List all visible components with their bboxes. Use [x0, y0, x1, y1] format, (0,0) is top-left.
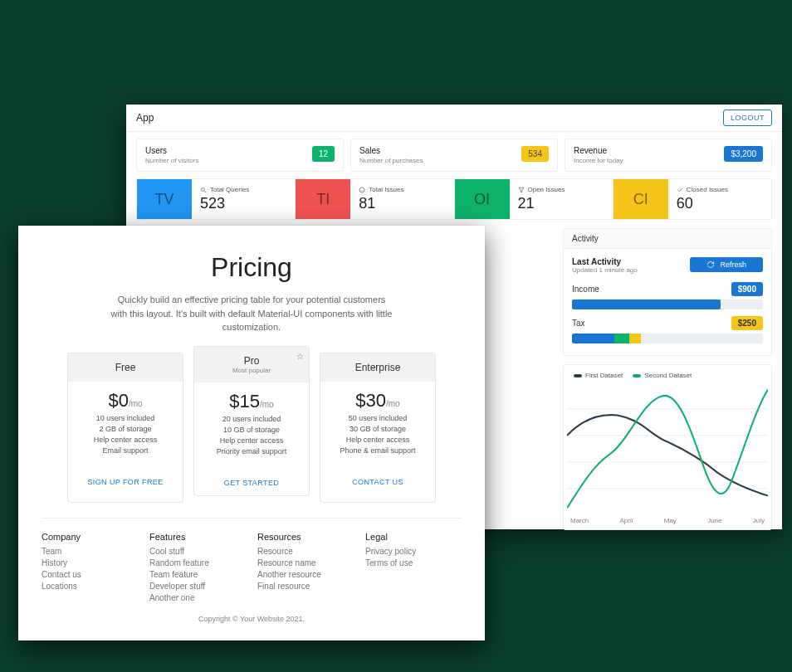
- filter-icon: [518, 187, 525, 193]
- link-dev[interactable]: Developer stuff: [149, 582, 232, 591]
- plan-free: Free $0/mo 10 users included 2 GB of sto…: [67, 353, 183, 503]
- svg-point-0: [201, 187, 204, 191]
- copyright: Copyright © Your Website 2021.: [42, 615, 462, 623]
- income-label: Income: [572, 285, 599, 294]
- pricing-subtitle: Quickly build an effective pricing table…: [110, 293, 393, 334]
- chart-x-axis: March April May June July: [567, 517, 768, 524]
- stat-abbr-oi: OI: [455, 179, 510, 219]
- stat-open-issues[interactable]: OI Open Issues 21: [455, 178, 614, 220]
- plan-ent-price: $30: [355, 390, 386, 411]
- tax-label: Tax: [572, 319, 585, 328]
- card-users-sub: Number of visitors: [145, 157, 198, 164]
- legend-first: First Dataset: [574, 372, 623, 379]
- metric-income: Income $900: [572, 282, 763, 309]
- logout-button[interactable]: LOGOUT: [723, 110, 772, 126]
- card-sales-badge: 534: [521, 146, 549, 162]
- stat-ci-label: Closed Issues: [687, 186, 728, 193]
- link-privacy[interactable]: Privacy policy: [365, 547, 448, 556]
- tax-badge: $250: [731, 316, 763, 330]
- chart-svg: [567, 382, 768, 515]
- search-icon: [200, 187, 207, 193]
- stat-tq-label: Total Queries: [210, 186, 249, 193]
- link-teamfeat[interactable]: Team feature: [149, 570, 232, 579]
- plan-pro: Pro Most popular ☆ $15/mo 20 users inclu…: [193, 346, 310, 496]
- plan-pro-head: Pro Most popular ☆: [194, 347, 309, 382]
- line-chart: First Dataset Second Dataset March April…: [563, 364, 772, 530]
- stat-abbr-ti: TI: [296, 179, 350, 219]
- plan-pro-cta[interactable]: GET STARTED: [194, 470, 309, 495]
- plan-ent-cta[interactable]: CONTACT US: [320, 469, 435, 494]
- metric-tax: Tax $250: [572, 316, 763, 343]
- star-icon: ☆: [296, 352, 304, 361]
- footer-features: Features Cool stuff Random feature Team …: [149, 532, 232, 605]
- stat-ti-label: Total Issues: [369, 186, 403, 193]
- stat-total-issues[interactable]: TI Total Issues 81: [296, 178, 454, 220]
- card-revenue-title: Revenue: [574, 146, 623, 155]
- plan-ent-head: Enterprise: [320, 353, 435, 382]
- link-contact[interactable]: Contact us: [42, 570, 125, 579]
- stat-oi-value: 21: [518, 195, 604, 212]
- card-users-title: Users: [145, 146, 198, 155]
- footer-links: Company Team History Contact us Location…: [42, 518, 462, 605]
- stats-row: TV Total Queries 523 TI Total Issues 81 …: [126, 178, 782, 228]
- card-users-badge: 12: [312, 146, 335, 162]
- refresh-label: Refresh: [720, 261, 746, 269]
- plan-enterprise: Enterprise $30/mo 50 users included 30 G…: [320, 353, 436, 503]
- link-locations[interactable]: Locations: [42, 582, 125, 591]
- stat-oi-label: Open Issues: [528, 186, 565, 193]
- link-res3[interactable]: Another resource: [257, 570, 340, 579]
- link-cool[interactable]: Cool stuff: [149, 547, 232, 556]
- link-res2[interactable]: Resource name: [257, 558, 340, 567]
- link-team[interactable]: Team: [42, 547, 125, 556]
- stat-closed-issues[interactable]: CI Closed Issues 60: [614, 178, 772, 220]
- income-badge: $900: [731, 282, 763, 296]
- footer-company: Company Team History Contact us Location…: [42, 532, 125, 605]
- stat-total-queries[interactable]: TV Total Queries 523: [136, 178, 296, 220]
- pricing-grid: Free $0/mo 10 users included 2 GB of sto…: [42, 353, 462, 503]
- svg-line-1: [204, 191, 206, 192]
- stat-ti-value: 81: [359, 195, 445, 212]
- legend-second: Second Dataset: [633, 372, 692, 379]
- card-sales-sub: Number of purchases: [359, 157, 423, 164]
- link-another[interactable]: Another one: [149, 593, 232, 602]
- last-activity-label: Last Activity: [572, 257, 638, 266]
- link-terms[interactable]: Terms of use: [365, 558, 448, 567]
- link-res4[interactable]: Final resource: [257, 582, 340, 591]
- link-res1[interactable]: Resource: [257, 547, 340, 556]
- stat-abbr-ci: CI: [614, 179, 668, 219]
- stat-tq-value: 523: [200, 195, 286, 212]
- dashboard-header: App LOGOUT: [126, 105, 782, 132]
- stat-ci-value: 60: [677, 195, 763, 212]
- income-bar: [572, 299, 763, 309]
- plan-free-head: Free: [68, 353, 183, 382]
- app-title: App: [136, 112, 154, 124]
- plan-pro-popular: Most popular: [199, 367, 304, 374]
- card-revenue-badge: $3,200: [724, 146, 763, 162]
- check-icon: [677, 187, 683, 193]
- link-random[interactable]: Random feature: [149, 558, 232, 567]
- footer-resources: Resources Resource Resource name Another…: [257, 532, 340, 605]
- footer-legal: Legal Privacy policy Terms of use: [365, 532, 448, 605]
- pricing-panel: Pricing Quickly build an effective prici…: [18, 226, 485, 640]
- plan-pro-price: $15: [229, 391, 260, 411]
- refresh-icon: [706, 261, 715, 269]
- link-history[interactable]: History: [42, 558, 125, 567]
- card-sales[interactable]: Sales Number of purchases 534: [350, 139, 558, 172]
- card-sales-title: Sales: [359, 146, 423, 155]
- card-users[interactable]: Users Number of visitors 12: [136, 139, 344, 172]
- top-cards-row: Users Number of visitors 12 Sales Number…: [126, 132, 782, 178]
- card-revenue[interactable]: Revenue Income for today $3,200: [565, 139, 772, 172]
- refresh-button[interactable]: Refresh: [690, 257, 763, 272]
- pricing-title: Pricing: [42, 252, 462, 283]
- activity-panel: Activity Last Activity Updated 1 minute …: [563, 228, 772, 356]
- last-activity-updated: Updated 1 minute ago: [572, 266, 638, 274]
- tax-bar: [572, 334, 763, 343]
- plan-free-cta[interactable]: SIGN UP FOR FREE: [68, 469, 183, 494]
- card-revenue-sub: Income for today: [574, 157, 623, 164]
- info-icon: [359, 187, 365, 193]
- stat-abbr-tq: TV: [137, 179, 192, 219]
- plan-free-price: $0: [108, 390, 128, 411]
- svg-marker-5: [519, 187, 524, 192]
- activity-header: Activity: [564, 229, 771, 249]
